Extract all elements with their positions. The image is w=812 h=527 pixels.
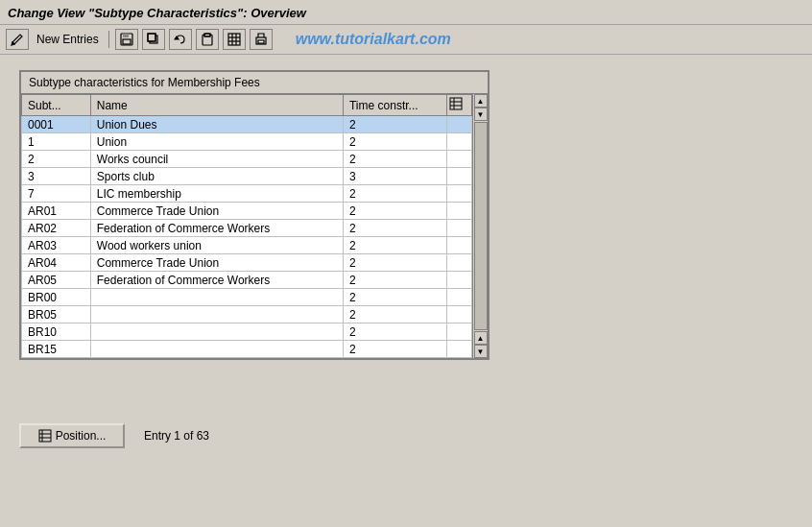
table-wrapper: Subt... Name Time constr... [21,94,488,358]
scroll-down-top-btn[interactable]: ▼ [474,108,488,121]
table-row[interactable]: AR05Federation of Commerce Workers2 [22,272,472,289]
title-bar: Change View "Subtype Characteristics": O… [0,0,812,25]
cell-subtype: 0001 [22,116,91,133]
cell-name: Federation of Commerce Workers [90,220,343,237]
cell-time-constr: 2 [343,306,446,323]
data-table: Subt... Name Time constr... [21,94,472,358]
table-row[interactable]: AR03Wood workers union2 [22,237,472,254]
scroll-down-btn[interactable]: ▼ [474,345,488,358]
cell-name: Commerce Trade Union [90,203,343,220]
cell-time-constr: 2 [343,272,446,289]
table-row[interactable]: BR152 [22,341,472,358]
toolbar: New Entries [0,25,812,55]
scroll-up-btn[interactable]: ▲ [474,94,488,108]
new-entries-label[interactable]: New Entries [33,31,103,48]
cell-name [90,341,343,358]
table-row[interactable]: 2Works council2 [22,151,472,168]
cell-time-constr: 2 [343,254,446,272]
cell-time-constr: 2 [343,185,446,203]
cell-icon [446,203,471,220]
copy-btn[interactable] [142,29,165,50]
cell-name: Federation of Commerce Workers [90,272,343,289]
cell-subtype: AR04 [22,254,91,272]
scroll-up-bottom-btn[interactable]: ▲ [474,331,488,345]
cell-name: Commerce Trade Union [90,254,343,272]
undo-btn[interactable] [169,29,192,50]
cell-time-constr: 2 [343,289,446,306]
grid-btn[interactable] [223,29,246,50]
cell-name: Wood workers union [90,237,343,254]
cell-time-constr: 2 [343,220,446,237]
clipboard-btn[interactable] [196,29,219,50]
svg-rect-20 [39,430,51,442]
watermark-text: www.tutorialkart.com [296,31,451,48]
table-title: Subtype characteristics for Membership F… [21,72,488,94]
cell-icon [446,289,471,306]
table-row[interactable]: BR102 [22,323,472,341]
edit-icon-btn[interactable] [6,29,29,50]
cell-time-constr: 2 [343,323,446,341]
table-row[interactable]: 1Union2 [22,133,472,151]
cell-icon [446,272,471,289]
cell-time-constr: 2 [343,133,446,151]
cell-subtype: BR00 [22,289,91,306]
svg-rect-4 [148,34,155,41]
cell-name: Sports club [90,168,343,185]
cell-subtype: BR10 [22,323,91,341]
separator-1 [108,31,109,48]
scroll-track[interactable] [474,122,488,330]
svg-rect-16 [450,98,462,109]
cell-subtype: AR05 [22,272,91,289]
save-btn[interactable] [115,29,138,50]
cell-name: LIC membership [90,185,343,203]
cell-subtype: 1 [22,133,91,151]
cell-icon [446,151,471,168]
table-row[interactable]: BR002 [22,289,472,306]
cell-icon [446,306,471,323]
svg-rect-2 [123,39,131,44]
table-container: Subtype characteristics for Membership F… [19,70,490,360]
cell-time-constr: 3 [343,168,446,185]
table-row[interactable]: AR01Commerce Trade Union2 [22,203,472,220]
cell-icon [446,237,471,254]
svg-rect-15 [258,40,264,43]
cell-subtype: BR15 [22,341,91,358]
cell-name [90,289,343,306]
cell-subtype: 7 [22,185,91,203]
page-title: Change View "Subtype Characteristics": O… [8,6,306,20]
cell-icon [446,168,471,185]
table-row[interactable]: BR052 [22,306,472,323]
table-header-row: Subt... Name Time constr... [22,95,472,116]
entry-info: Entry 1 of 63 [144,429,209,443]
table-row[interactable]: 3Sports club3 [22,168,472,185]
table-row[interactable]: AR04Commerce Trade Union2 [22,254,472,272]
cell-name: Union [90,133,343,151]
table-body: 0001Union Dues21Union22Works council23Sp… [22,116,472,358]
cell-icon [446,133,471,151]
main-content: Subtype characteristics for Membership F… [0,55,812,395]
cell-icon [446,254,471,272]
col-header-icon[interactable] [446,95,471,116]
cell-subtype: BR05 [22,306,91,323]
cell-subtype: 3 [22,168,91,185]
print-btn[interactable] [250,29,273,50]
col-header-subtype: Subt... [22,95,91,116]
svg-rect-9 [228,34,240,45]
scrollbar[interactable]: ▲ ▼ ▲ ▼ [472,94,488,358]
cell-icon [446,341,471,358]
cell-subtype: AR01 [22,203,91,220]
cell-name [90,306,343,323]
position-btn[interactable]: Position... [19,423,125,448]
cell-icon [446,220,471,237]
cell-icon [446,323,471,341]
cell-time-constr: 2 [343,116,446,133]
table-row[interactable]: AR02Federation of Commerce Workers2 [22,220,472,237]
table-row[interactable]: 0001Union Dues2 [22,116,472,133]
table-row[interactable]: 7LIC membership2 [22,185,472,203]
cell-time-constr: 2 [343,151,446,168]
position-btn-label: Position... [56,429,107,443]
cell-name: Union Dues [90,116,343,133]
col-header-time-constr: Time constr... [343,95,446,116]
cell-time-constr: 2 [343,203,446,220]
cell-name: Works council [90,151,343,168]
